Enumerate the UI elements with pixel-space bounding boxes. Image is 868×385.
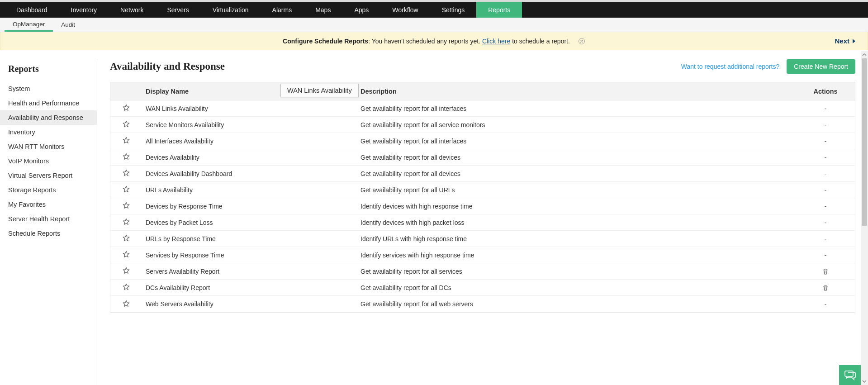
nav-item-apps[interactable]: Apps — [342, 2, 380, 18]
banner-next-button[interactable]: Next — [835, 37, 857, 45]
report-name[interactable]: Devices Availability — [142, 154, 357, 161]
scroll-thumb[interactable] — [862, 58, 867, 226]
table-row[interactable]: Services by Response TimeIdentify servic… — [110, 247, 855, 263]
sidebar-item-inventory[interactable]: Inventory — [0, 125, 97, 139]
table-row[interactable]: URLs by Response TimeIdentify URLs with … — [110, 231, 855, 247]
star-icon[interactable] — [122, 234, 130, 242]
report-description: Get availability report for all service … — [357, 121, 796, 128]
report-name[interactable]: Devices Availability Dashboard — [142, 170, 357, 177]
report-name[interactable]: Services by Response Time — [142, 252, 357, 259]
report-description: Identify services with high response tim… — [357, 252, 796, 259]
chat-icon — [844, 370, 856, 380]
star-icon[interactable] — [122, 201, 130, 209]
table-row[interactable]: DCs Availability ReportGet availability … — [110, 280, 855, 296]
chat-button[interactable] — [839, 365, 861, 385]
table-row[interactable]: Devices by Packet LossIdentify devices w… — [110, 214, 855, 231]
star-icon[interactable] — [122, 299, 130, 308]
banner-text-before: : You haven't scheduled any reports yet. — [368, 38, 480, 45]
table-row[interactable]: Devices AvailabilityGet availability rep… — [110, 149, 855, 166]
table-header-description[interactable]: Description — [357, 88, 796, 95]
report-name[interactable]: Service Monitors Availability — [142, 121, 357, 128]
table-row[interactable]: WAN Links AvailabilityGet availability r… — [110, 100, 855, 117]
banner-click-here-link[interactable]: Click here — [482, 38, 510, 45]
nav-item-settings[interactable]: Settings — [430, 2, 477, 18]
sidebar-item-wan-rtt-monitors[interactable]: WAN RTT Monitors — [0, 139, 97, 154]
star-icon[interactable] — [122, 283, 130, 291]
report-description: Identify devices with high response time — [357, 203, 796, 210]
sidebar-item-voip-monitors[interactable]: VoIP Monitors — [0, 154, 97, 168]
no-action: - — [825, 235, 827, 242]
sidebar-item-virtual-servers-report[interactable]: Virtual Servers Report — [0, 168, 97, 183]
nav-item-servers[interactable]: Servers — [155, 2, 200, 18]
star-icon[interactable] — [122, 266, 130, 275]
star-icon[interactable] — [122, 169, 130, 177]
scroll-track[interactable] — [861, 58, 868, 378]
table-row[interactable]: Web Servers AvailabilityGet availability… — [110, 296, 855, 312]
delete-button[interactable] — [822, 284, 829, 291]
report-name[interactable]: Devices by Packet Loss — [142, 219, 357, 226]
reports-sidebar: Reports SystemHealth and PerformanceAvai… — [0, 59, 97, 385]
nav-item-alarms[interactable]: Alarms — [261, 2, 304, 18]
report-name[interactable]: Web Servers Availability — [142, 300, 357, 308]
nav-item-workflow[interactable]: Workflow — [380, 2, 430, 18]
nav-item-network[interactable]: Network — [109, 2, 155, 18]
report-name[interactable]: WAN Links Availability — [142, 105, 357, 112]
scroll-up-arrow[interactable] — [861, 51, 868, 58]
banner-text-after: to schedule a report. — [512, 38, 570, 45]
star-icon[interactable] — [122, 185, 130, 193]
chevron-right-icon — [852, 38, 857, 44]
page-header-actions: Want to request additional reports? Crea… — [681, 59, 855, 74]
star-icon[interactable] — [122, 136, 130, 144]
request-reports-link[interactable]: Want to request additional reports? — [681, 63, 779, 70]
page-title: Availability and Response — [110, 61, 225, 72]
no-action: - — [825, 138, 827, 145]
report-name[interactable]: DCs Availability Report — [142, 284, 357, 291]
report-name[interactable]: All Interfaces Availability — [142, 138, 357, 145]
create-new-report-button[interactable]: Create New Report — [787, 59, 855, 74]
nav-item-inventory[interactable]: Inventory — [59, 2, 109, 18]
scroll-down-arrow[interactable] — [861, 378, 868, 385]
main-nav: DashboardInventoryNetworkServersVirtuali… — [0, 2, 868, 18]
star-icon[interactable] — [122, 250, 130, 258]
table-header-row: Display Name Description Actions — [110, 82, 855, 100]
table-row[interactable]: Devices Availability DashboardGet availa… — [110, 166, 855, 182]
table-row[interactable]: Devices by Response TimeIdentify devices… — [110, 198, 855, 214]
sidebar-item-server-health-report[interactable]: Server Health Report — [0, 212, 97, 226]
delete-button[interactable] — [822, 268, 829, 275]
report-name[interactable]: Devices by Response Time — [142, 203, 357, 210]
no-action: - — [825, 186, 827, 194]
table-row[interactable]: Service Monitors AvailabilityGet availab… — [110, 117, 855, 133]
report-description: Get availability report for all devices — [357, 154, 796, 161]
nav-item-reports[interactable]: Reports — [476, 2, 522, 18]
vertical-scrollbar[interactable] — [861, 51, 868, 385]
sidebar-item-my-favorites[interactable]: My Favorites — [0, 197, 97, 212]
table-header-actions: Actions — [796, 88, 855, 95]
star-icon[interactable] — [122, 120, 130, 128]
chevron-up-icon — [862, 53, 867, 57]
star-icon[interactable] — [122, 104, 130, 112]
sub-tab-opmanager[interactable]: OpManager — [5, 18, 53, 32]
nav-item-maps[interactable]: Maps — [304, 2, 342, 18]
sidebar-item-system[interactable]: System — [0, 81, 97, 96]
table-body: WAN Links AvailabilityGet availability r… — [110, 100, 855, 312]
report-name[interactable]: URLs by Response Time — [142, 235, 357, 242]
nav-item-virtualization[interactable]: Virtualization — [201, 2, 261, 18]
star-icon[interactable] — [122, 218, 130, 226]
report-description: Identify URLs with high response time — [357, 235, 796, 242]
star-icon[interactable] — [122, 152, 130, 161]
report-name[interactable]: Servers Availability Report — [142, 268, 357, 275]
sidebar-item-schedule-reports[interactable]: Schedule Reports — [0, 226, 97, 241]
no-action: - — [825, 121, 827, 128]
report-name[interactable]: URLs Availability — [142, 186, 357, 194]
report-description: Get availability report for all services — [357, 268, 796, 275]
sidebar-item-health-and-performance[interactable]: Health and Performance — [0, 96, 97, 110]
sidebar-item-storage-reports[interactable]: Storage Reports — [0, 183, 97, 197]
table-row[interactable]: URLs AvailabilityGet availability report… — [110, 182, 855, 198]
table-header-display-name[interactable]: Display Name — [142, 88, 357, 95]
sub-tab-audit[interactable]: Audit — [53, 18, 83, 32]
banner-close-button[interactable] — [578, 38, 585, 45]
sidebar-item-availability-and-response[interactable]: Availability and Response — [0, 110, 97, 125]
table-row[interactable]: Servers Availability ReportGet availabil… — [110, 263, 855, 280]
nav-item-dashboard[interactable]: Dashboard — [5, 2, 59, 18]
table-row[interactable]: All Interfaces AvailabilityGet availabil… — [110, 133, 855, 149]
